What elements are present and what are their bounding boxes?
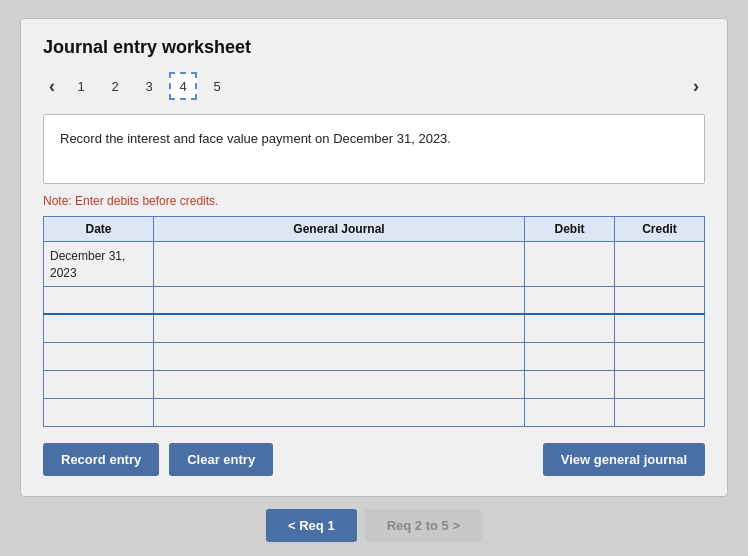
table-row — [44, 286, 705, 314]
main-card: Journal entry worksheet ‹ 1 2 3 4 5 › Re… — [20, 18, 728, 497]
prev-arrow-button[interactable]: ‹ — [43, 74, 61, 99]
note-text: Note: Enter debits before credits. — [43, 194, 705, 208]
instruction-box: Record the interest and face value payme… — [43, 114, 705, 184]
credit-cell-2[interactable] — [615, 286, 705, 314]
date-cell-5 — [44, 370, 154, 398]
journal-input-2[interactable] — [160, 293, 518, 307]
journal-cell-3[interactable] — [154, 314, 525, 342]
debit-cell-5[interactable] — [525, 370, 615, 398]
step-1[interactable]: 1 — [67, 72, 95, 100]
debit-cell-2[interactable] — [525, 286, 615, 314]
record-entry-button[interactable]: Record entry — [43, 443, 159, 476]
instruction-text: Record the interest and face value payme… — [60, 131, 451, 146]
debit-input-6[interactable] — [531, 405, 608, 419]
step-4[interactable]: 4 — [169, 72, 197, 100]
debit-input-5[interactable] — [531, 377, 608, 391]
journal-cell-1[interactable] — [154, 242, 525, 287]
debit-input-3[interactable] — [531, 321, 608, 335]
table-row: December 31,2023 — [44, 242, 705, 287]
req1-button[interactable]: < Req 1 — [266, 509, 357, 542]
date-cell-1: December 31,2023 — [44, 242, 154, 287]
credit-cell-1[interactable] — [615, 242, 705, 287]
journal-cell-4[interactable] — [154, 342, 525, 370]
step-3[interactable]: 3 — [135, 72, 163, 100]
journal-cell-2[interactable] — [154, 286, 525, 314]
date-cell-2 — [44, 286, 154, 314]
journal-cell-5[interactable] — [154, 370, 525, 398]
credit-input-1[interactable] — [621, 257, 698, 271]
table-row — [44, 370, 705, 398]
credit-cell-4[interactable] — [615, 342, 705, 370]
page-title: Journal entry worksheet — [43, 37, 705, 58]
journal-input-4[interactable] — [160, 349, 518, 363]
table-row — [44, 398, 705, 426]
debit-input-2[interactable] — [531, 293, 608, 307]
journal-input-5[interactable] — [160, 377, 518, 391]
debit-cell-1[interactable] — [525, 242, 615, 287]
header-journal: General Journal — [154, 217, 525, 242]
debit-input-4[interactable] — [531, 349, 608, 363]
bottom-nav: < Req 1 Req 2 to 5 > — [266, 509, 482, 542]
date-cell-4 — [44, 342, 154, 370]
debit-cell-3[interactable] — [525, 314, 615, 342]
journal-cell-6[interactable] — [154, 398, 525, 426]
credit-cell-6[interactable] — [615, 398, 705, 426]
credit-input-2[interactable] — [621, 293, 698, 307]
step-2[interactable]: 2 — [101, 72, 129, 100]
table-row — [44, 342, 705, 370]
journal-input-3[interactable] — [160, 321, 518, 335]
journal-input-6[interactable] — [160, 405, 518, 419]
header-debit: Debit — [525, 217, 615, 242]
header-credit: Credit — [615, 217, 705, 242]
step-5[interactable]: 5 — [203, 72, 231, 100]
view-general-journal-button[interactable]: View general journal — [543, 443, 705, 476]
date-cell-6 — [44, 398, 154, 426]
debit-cell-6[interactable] — [525, 398, 615, 426]
header-date: Date — [44, 217, 154, 242]
journal-table: Date General Journal Debit Credit Decemb… — [43, 216, 705, 427]
clear-entry-button[interactable]: Clear entry — [169, 443, 273, 476]
journal-input-1[interactable] — [160, 257, 518, 271]
credit-cell-5[interactable] — [615, 370, 705, 398]
date-cell-3 — [44, 314, 154, 342]
credit-input-6[interactable] — [621, 405, 698, 419]
credit-input-5[interactable] — [621, 377, 698, 391]
next-arrow-button[interactable]: › — [687, 74, 705, 99]
credit-input-3[interactable] — [621, 321, 698, 335]
button-row: Record entry Clear entry View general jo… — [43, 443, 705, 476]
credit-input-4[interactable] — [621, 349, 698, 363]
table-row — [44, 314, 705, 342]
debit-input-1[interactable] — [531, 257, 608, 271]
step-nav: ‹ 1 2 3 4 5 › — [43, 72, 705, 100]
credit-cell-3[interactable] — [615, 314, 705, 342]
req2to5-button[interactable]: Req 2 to 5 > — [365, 509, 482, 542]
debit-cell-4[interactable] — [525, 342, 615, 370]
